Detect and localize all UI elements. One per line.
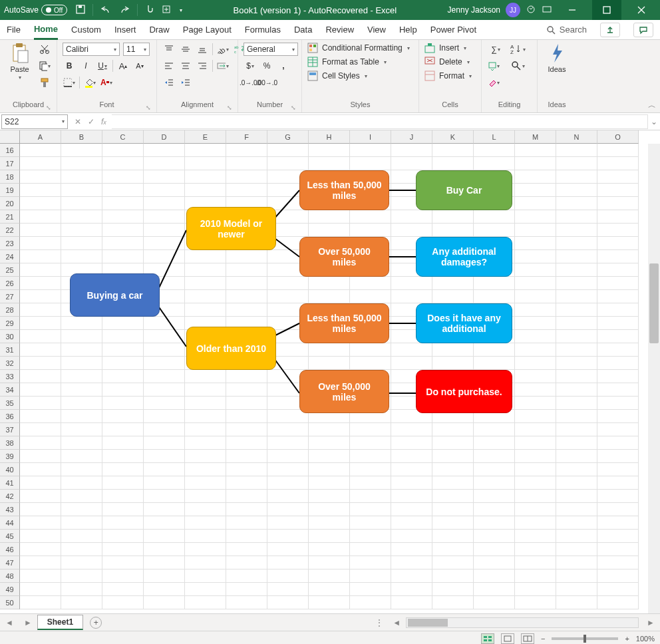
cell[interactable] <box>185 463 226 476</box>
cell[interactable] <box>185 397 226 410</box>
cell[interactable] <box>556 410 597 423</box>
row-header[interactable]: 32 <box>0 357 20 370</box>
cell[interactable] <box>20 330 61 343</box>
col-header[interactable]: B <box>61 130 102 144</box>
cell[interactable] <box>515 357 556 370</box>
cell[interactable] <box>185 583 226 596</box>
cell[interactable] <box>20 596 61 609</box>
cell[interactable] <box>474 290 515 303</box>
tab-home[interactable]: Home <box>34 20 58 40</box>
col-header[interactable]: A <box>20 130 61 144</box>
cell[interactable] <box>185 530 226 543</box>
zoom-level[interactable]: 100% <box>636 635 655 643</box>
avatar[interactable]: JJ <box>506 3 520 17</box>
cell[interactable] <box>61 237 102 250</box>
cell[interactable] <box>391 144 432 157</box>
fill-button[interactable]: ▾ <box>487 59 500 73</box>
qat-dropdown-icon[interactable]: ▾ <box>180 7 182 13</box>
cell[interactable] <box>144 144 185 157</box>
cell[interactable] <box>474 436 515 450</box>
cell[interactable] <box>185 436 226 450</box>
cell[interactable] <box>597 370 639 383</box>
cell[interactable] <box>20 357 61 370</box>
cell[interactable] <box>20 383 61 397</box>
cell[interactable] <box>185 157 226 170</box>
cell[interactable] <box>102 250 144 263</box>
cell[interactable] <box>556 357 597 370</box>
cell[interactable] <box>20 543 61 556</box>
cell[interactable] <box>556 423 597 436</box>
row-header[interactable]: 29 <box>0 317 20 330</box>
cell[interactable] <box>556 224 597 237</box>
shrink-font-button[interactable]: A▾ <box>133 59 146 73</box>
cell[interactable] <box>185 410 226 423</box>
format-cells-button[interactable]: Format▾ <box>424 71 472 81</box>
cell[interactable] <box>144 370 185 383</box>
col-header[interactable]: K <box>432 130 474 144</box>
cell[interactable] <box>20 250 61 263</box>
cell[interactable] <box>20 516 61 530</box>
cell[interactable] <box>226 503 267 516</box>
cell[interactable] <box>350 357 391 370</box>
cell[interactable] <box>61 436 102 450</box>
node-buy[interactable]: Buy Car <box>416 170 512 210</box>
cell[interactable] <box>309 436 350 450</box>
conditional-formatting-button[interactable]: Conditional Formatting▾ <box>307 43 410 53</box>
cell[interactable] <box>309 343 350 357</box>
cell[interactable] <box>515 290 556 303</box>
row-header[interactable]: 28 <box>0 303 20 317</box>
cell[interactable] <box>309 290 350 303</box>
cell[interactable] <box>309 144 350 157</box>
cell[interactable] <box>20 277 61 290</box>
cell[interactable] <box>515 263 556 277</box>
cell[interactable] <box>597 583 639 596</box>
decrease-indent-button[interactable] <box>162 76 176 89</box>
cell[interactable] <box>391 583 432 596</box>
cell[interactable] <box>20 370 61 383</box>
cell[interactable] <box>61 556 102 569</box>
cell[interactable] <box>474 357 515 370</box>
cell[interactable] <box>61 490 102 503</box>
row-header[interactable]: 35 <box>0 397 20 410</box>
cell[interactable] <box>102 224 144 237</box>
cell[interactable] <box>432 476 474 490</box>
cell[interactable] <box>515 170 556 184</box>
cell[interactable] <box>515 197 556 210</box>
cell[interactable] <box>432 157 474 170</box>
cell[interactable] <box>20 343 61 357</box>
cell[interactable] <box>515 516 556 530</box>
cell[interactable] <box>144 583 185 596</box>
cell[interactable] <box>515 184 556 197</box>
cell[interactable] <box>61 343 102 357</box>
cell[interactable] <box>226 530 267 543</box>
col-header[interactable]: L <box>474 130 515 144</box>
cell[interactable] <box>226 170 267 184</box>
cell[interactable] <box>144 556 185 569</box>
cell[interactable] <box>474 530 515 543</box>
cell[interactable] <box>597 383 639 397</box>
cell[interactable] <box>350 210 391 224</box>
cell[interactable] <box>350 224 391 237</box>
row-header[interactable]: 43 <box>0 503 20 516</box>
cell[interactable] <box>350 490 391 503</box>
col-header[interactable]: M <box>515 130 556 144</box>
cell[interactable] <box>102 144 144 157</box>
cell[interactable] <box>597 210 639 224</box>
autosave-toggle[interactable]: AutoSave Off <box>4 5 67 15</box>
format-as-table-button[interactable]: Format as Table▾ <box>307 57 410 67</box>
tab-data[interactable]: Data <box>294 20 312 40</box>
tab-file[interactable]: File <box>7 20 21 40</box>
comma-button[interactable]: , <box>277 59 290 73</box>
row-header[interactable]: 34 <box>0 383 20 397</box>
cell[interactable] <box>515 144 556 157</box>
cell[interactable] <box>102 490 144 503</box>
cell[interactable] <box>144 569 185 583</box>
cell[interactable] <box>432 543 474 556</box>
cell[interactable] <box>226 423 267 436</box>
cell[interactable] <box>474 583 515 596</box>
cell[interactable] <box>309 450 350 463</box>
cell[interactable] <box>597 357 639 370</box>
node-n-over[interactable]: Over 50,000 miles <box>299 237 389 277</box>
cell[interactable] <box>226 144 267 157</box>
cell[interactable] <box>226 556 267 569</box>
